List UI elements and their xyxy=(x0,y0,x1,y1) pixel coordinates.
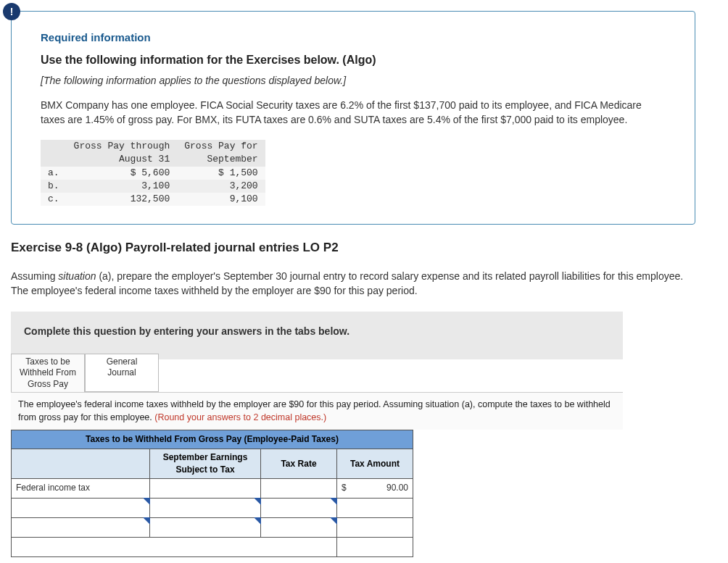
applies-note: [The following information applies to th… xyxy=(41,74,666,88)
table-row xyxy=(12,498,413,517)
amount-value: 90.00 xyxy=(386,482,408,494)
gp-blank-header xyxy=(41,140,67,166)
amount-cell[interactable] xyxy=(337,498,413,517)
tab-line: Journal xyxy=(107,367,136,378)
gp-row-label: b. xyxy=(41,180,67,193)
gp-head-sep: Gross Pay for September xyxy=(177,140,265,166)
scenario-paragraph: BMX Company has one employee. FICA Socia… xyxy=(41,99,666,127)
rate-dropdown[interactable] xyxy=(261,517,337,537)
total-amount-cell[interactable] xyxy=(337,537,413,556)
tab-line: Taxes to be xyxy=(25,356,70,367)
total-label-cell xyxy=(12,537,337,556)
gp-row-label: a. xyxy=(41,167,67,180)
table-row: Federal income tax $ 90.00 xyxy=(12,478,413,498)
tab-line: Withheld From xyxy=(20,367,76,378)
exercise-text-pre: Assuming xyxy=(11,270,58,282)
tax-type-dropdown[interactable] xyxy=(12,498,150,517)
gp-cell: 3,100 xyxy=(67,180,178,193)
tab-taxes-withheld[interactable]: Taxes to be Withheld From Gross Pay xyxy=(11,354,85,393)
rate-dropdown[interactable] xyxy=(261,498,337,517)
withhold-title: Taxes to be Withheld From Gross Pay (Emp… xyxy=(12,430,413,449)
gp-cell: $ 5,600 xyxy=(67,167,178,180)
table-row xyxy=(12,517,413,537)
gross-pay-table: Gross Pay through August 31 Gross Pay fo… xyxy=(41,140,265,206)
gp-row-a: a. $ 5,600 $ 1,500 xyxy=(41,167,265,180)
gp-head-aug: Gross Pay through August 31 xyxy=(67,140,178,166)
amount-cell[interactable] xyxy=(337,517,413,537)
gp-cell: 3,200 xyxy=(177,180,265,193)
exercise-situation-word: situation xyxy=(58,270,96,282)
required-information-box: ! Required information Use the following… xyxy=(11,11,695,225)
answer-tabs: Taxes to be Withheld From Gross Pay Gene… xyxy=(11,354,717,393)
info-badge-icon: ! xyxy=(3,3,20,20)
gp-cell: 9,100 xyxy=(177,193,265,206)
amount-symbol: $ xyxy=(342,482,347,494)
withholding-table: Taxes to be Withheld From Gross Pay (Emp… xyxy=(11,430,413,556)
earnings-dropdown[interactable] xyxy=(150,498,261,517)
tab-line: Gross Pay xyxy=(28,379,68,389)
gp-row-b: b. 3,100 3,200 xyxy=(41,180,265,193)
tab-line: General xyxy=(107,356,138,367)
exercise-title: Exercise 9-8 (Algo) Payroll-related jour… xyxy=(11,239,717,257)
col-head-rate: Tax Rate xyxy=(261,449,337,479)
gp-cell: $ 1,500 xyxy=(177,167,265,180)
gp-cell: 132,500 xyxy=(67,193,178,206)
amount-cell[interactable]: $ 90.00 xyxy=(337,478,413,498)
tax-type-dropdown[interactable] xyxy=(12,517,150,537)
row-desc-federal: Federal income tax xyxy=(12,478,150,498)
required-information-heading: Required information xyxy=(41,30,666,45)
rounding-note: (Round your answers to 2 decimal places.… xyxy=(154,412,326,422)
use-following-heading: Use the following information for the Ex… xyxy=(41,52,666,68)
exercise-instructions: Assuming situation (a), prepare the empl… xyxy=(11,270,695,298)
complete-instructions: Complete this question by entering your … xyxy=(11,312,623,359)
col-head-blank xyxy=(12,449,150,479)
gp-row-c: c. 132,500 9,100 xyxy=(41,193,265,206)
earnings-dropdown[interactable] xyxy=(150,517,261,537)
col-head-amount: Tax Amount xyxy=(337,449,413,479)
gp-row-label: c. xyxy=(41,193,67,206)
tab-general-journal[interactable]: General Journal xyxy=(85,354,159,393)
tab-instruction-bar: The employee's federal income taxes with… xyxy=(11,392,623,430)
col-head-earnings: September Earnings Subject to Tax xyxy=(150,449,261,479)
exercise-text-post: (a), prepare the employer's September 30… xyxy=(11,270,683,296)
table-row-total xyxy=(12,537,413,556)
rate-input[interactable] xyxy=(261,478,337,498)
earnings-input[interactable] xyxy=(150,478,261,498)
answer-panel: Complete this question by entering your … xyxy=(11,311,623,359)
